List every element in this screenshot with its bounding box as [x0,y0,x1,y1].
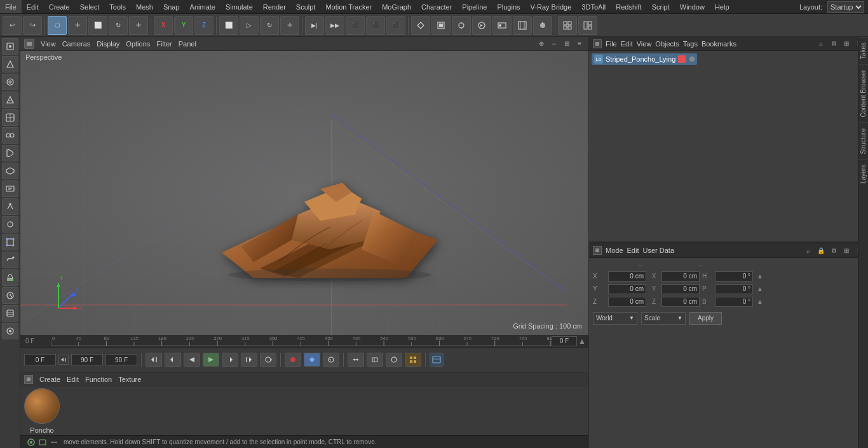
mat-menu-create[interactable]: Create [39,376,60,383]
layout-dropdown[interactable]: Startup [827,1,864,13]
anim-btn-4[interactable]: ⬛ [366,16,385,35]
world-dropdown[interactable]: World ▼ [593,312,637,325]
viewport-3d[interactable]: Perspective [20,51,588,335]
render-btn-4[interactable] [472,16,491,35]
menu-sculpt[interactable]: Sculpt [291,0,321,13]
anim-btn-1[interactable]: ▶| [305,16,324,35]
left-tool-7[interactable] [2,145,18,161]
menu-character[interactable]: Character [416,0,457,13]
left-tool-1[interactable] [2,38,18,55]
obj-search-icon[interactable]: ⌕ [816,39,826,49]
menu-snap[interactable]: Snap [158,0,185,13]
material-sphere-preview[interactable] [24,388,60,424]
left-tool-8[interactable] [2,163,18,179]
menu-plugins[interactable]: Plugins [492,0,525,13]
timeline-scroll-up[interactable]: ▲ [578,337,586,346]
timeline-step-fwd[interactable] [222,353,238,367]
axis-y-button[interactable]: Y [174,16,193,35]
menu-help[interactable]: Help [710,0,735,13]
attr-rot-h[interactable] [715,271,753,282]
attr-size-y[interactable] [661,284,700,294]
obj-menu-objects[interactable]: Objects [655,40,679,48]
attr-expand-icon[interactable]: ⊞ [841,245,851,255]
attr-rot-b[interactable] [715,297,753,307]
left-tool-11[interactable] [2,216,18,233]
attr-menu-userdata[interactable]: User Data [643,247,675,254]
attr-lock-icon[interactable]: 🔒 [816,245,826,255]
vp-menu-display[interactable]: Display [97,40,119,48]
menu-tools[interactable]: Tools [104,0,131,13]
menu-vray[interactable]: V-Ray Bridge [526,0,577,13]
attr-size-z[interactable] [661,297,700,307]
left-tool-10[interactable] [2,198,18,215]
attr-pos-y[interactable] [608,284,646,294]
anim-btn-5[interactable]: ⬛ [386,16,405,35]
transform-tool-button[interactable]: ✛ [129,16,148,35]
attr-search-icon[interactable]: ⌕ [803,245,813,255]
timeline-auto-key[interactable]: ? [323,353,339,367]
left-tool-9[interactable] [2,180,18,197]
vp-icon-1[interactable]: ⊕ [536,39,546,49]
anim-btn-2[interactable]: ▶▶ [325,16,344,35]
attr-h-arrow[interactable]: ▲ [757,273,763,280]
timeline-key-btn[interactable] [304,353,320,367]
mat-menu-function[interactable]: Function [85,376,112,383]
mat-menu-texture[interactable]: Texture [118,376,141,383]
left-tool-16[interactable] [2,305,18,322]
render-btn-2[interactable] [431,16,451,35]
menu-redshift[interactable]: Redshift [611,0,646,13]
vp-menu-options[interactable]: Options [126,40,150,48]
menu-select[interactable]: Select [75,0,105,13]
attr-size-x[interactable] [661,271,700,282]
attr-rot-p[interactable] [715,284,753,294]
spline-tool-button[interactable]: ↻ [260,16,279,35]
axis-z-button[interactable]: Z [194,16,214,35]
status-icon-3[interactable] [50,438,58,447]
select-tool-button[interactable]: ⬡ [48,16,67,35]
left-tool-3[interactable] [2,74,18,90]
obj-menu-view[interactable]: View [637,40,652,48]
obj-expand-icon[interactable]: ⊞ [841,39,851,49]
timeline-preview-play[interactable] [405,353,421,367]
timeline-end-input[interactable] [71,354,103,365]
timeline-scale-tool[interactable] [367,353,383,367]
attr-settings-icon[interactable]: ⚙ [829,245,839,255]
timeline-step-back[interactable] [165,353,181,367]
menu-3dtoall[interactable]: 3DToAll [576,0,611,13]
obj-settings-icon[interactable]: ⚙ [829,39,839,49]
move-tool-button[interactable]: ✛ [68,16,87,35]
timeline-goto-end[interactable] [241,353,257,367]
attr-menu-mode[interactable]: Mode [606,247,623,254]
attr-pos-x[interactable] [608,271,646,282]
scale-dropdown[interactable]: Scale ▼ [641,312,686,325]
menu-mesh[interactable]: Mesh [131,0,158,13]
material-item[interactable]: Poncho [24,388,60,434]
undo-button[interactable]: ↩ [3,16,22,35]
timeline-prev-key[interactable] [58,355,69,365]
menu-motion-tracker[interactable]: Motion Tracker [320,0,377,13]
render-btn-7[interactable] [533,16,552,35]
timeline-current-frame-input[interactable] [552,336,577,346]
left-tool-17[interactable] [2,323,18,339]
menu-create[interactable]: Create [44,0,75,13]
object-item-poncho[interactable]: L0 Striped_Poncho_Lying [592,53,697,65]
viewport-btn-2[interactable] [578,16,597,35]
viewport-canvas[interactable]: Perspective [20,51,588,335]
timeline-play-fwd[interactable] [203,353,219,367]
left-tool-4[interactable] [2,92,18,108]
menu-animate[interactable]: Animate [185,0,220,13]
render-btn-3[interactable] [452,16,471,35]
timeline-frame-toggle[interactable] [430,353,444,367]
render-btn-5[interactable] [492,16,512,35]
menu-mograph[interactable]: MoGraph [377,0,416,13]
attr-menu-edit[interactable]: Edit [627,247,639,254]
scale-tool-button[interactable]: ⬜ [88,16,107,35]
rotate-tool-button[interactable]: ↻ [109,16,128,35]
vp-menu-cameras[interactable]: Cameras [62,40,91,48]
left-tool-6[interactable] [2,127,18,144]
left-tool-2[interactable] [2,56,18,72]
menu-render[interactable]: Render [258,0,291,13]
viewport-menu-icon[interactable] [24,39,34,49]
status-icon-2[interactable] [38,438,47,447]
attr-pos-z[interactable] [608,297,646,307]
